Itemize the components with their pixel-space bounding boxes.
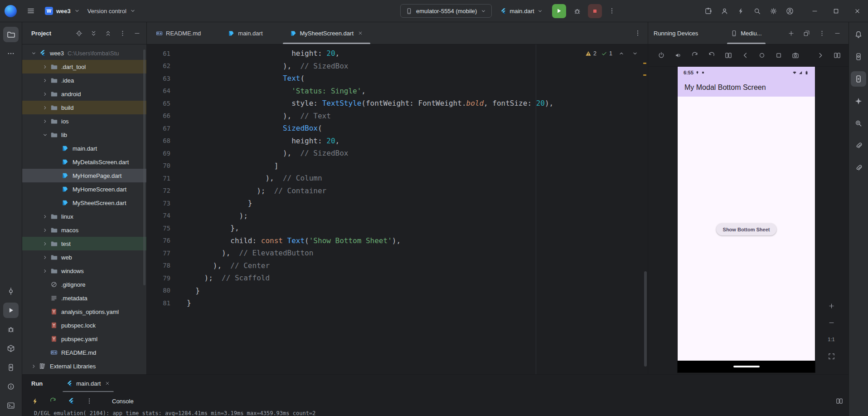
vcs-widget[interactable]: Version control	[87, 8, 136, 15]
screenshot-button[interactable]	[790, 50, 800, 60]
run-tool-button[interactable]	[3, 303, 19, 318]
tree-item-MySheetScreen.dart[interactable]: MySheetScreen.dart	[22, 196, 146, 210]
tree-item-MyDetailsScreen.dart[interactable]: MyDetailsScreen.dart	[22, 155, 146, 169]
split-console-button[interactable]	[838, 396, 849, 406]
line-number[interactable]: 61	[147, 50, 170, 57]
chevron-right-icon[interactable]	[29, 363, 39, 369]
console-output[interactable]: D/EGL_emulation( 2104): app_time_stats: …	[22, 410, 849, 416]
line-number[interactable]: 76	[147, 237, 170, 244]
tree-item-External Libraries[interactable]: External Libraries	[22, 359, 146, 373]
chevron-down-icon[interactable]	[40, 132, 50, 138]
line-number[interactable]: 78	[147, 262, 170, 269]
device-explorer-button[interactable]	[3, 360, 19, 375]
stop-button[interactable]	[588, 4, 602, 18]
tree-item-README.md[interactable]: README.md	[22, 346, 146, 359]
warning-stripe-mark[interactable]	[643, 63, 646, 64]
more-tool-windows-button[interactable]	[3, 46, 19, 61]
window-minimize-button[interactable]	[804, 0, 825, 22]
run-button[interactable]	[552, 4, 566, 18]
rotate-left-button[interactable]	[690, 50, 700, 60]
line-number[interactable]: 74	[147, 212, 170, 219]
plugins-button[interactable]	[700, 3, 716, 19]
search-everywhere-button[interactable]	[749, 3, 765, 19]
tree-item-MyHomeScreen.dart[interactable]: MyHomeScreen.dart	[22, 182, 146, 196]
chevron-right-icon[interactable]	[40, 64, 50, 70]
line-number[interactable]: 62	[147, 62, 170, 69]
line-number[interactable]: 75	[147, 225, 170, 232]
running-devices-button[interactable]	[851, 71, 866, 87]
code-text[interactable]: ), // Center	[170, 261, 270, 270]
line-number[interactable]: 73	[147, 200, 170, 207]
emulator-screen[interactable]: 6:55 My Modal Bottom Screen	[678, 67, 815, 372]
android-home-button[interactable]	[757, 50, 767, 60]
device-selector[interactable]: emulator-5554 (mobile)	[400, 4, 492, 18]
code-with-me-button[interactable]	[716, 3, 732, 19]
prev-problem-button[interactable]	[617, 49, 626, 58]
problems-tool-button[interactable]	[3, 379, 19, 394]
chevron-right-icon[interactable]	[40, 91, 50, 97]
line-number[interactable]: 77	[147, 250, 170, 257]
tree-item-main.dart[interactable]: main.dart	[22, 142, 146, 155]
line-number[interactable]: 70	[147, 162, 170, 169]
terminal-tool-button[interactable]	[3, 398, 19, 413]
project-tool-button[interactable]	[3, 27, 19, 42]
gesture-pill[interactable]	[733, 366, 760, 367]
flutter-devtools-button[interactable]	[66, 396, 77, 406]
code-text[interactable]: }	[170, 286, 200, 295]
power-button[interactable]	[656, 50, 666, 60]
zoom-in-button[interactable]	[826, 300, 837, 311]
code-text[interactable]: ); // Container	[170, 186, 326, 195]
warning-stripe-mark[interactable]	[643, 74, 646, 76]
line-number[interactable]: 67	[147, 125, 170, 132]
tree-item-linux[interactable]: linux	[22, 210, 146, 223]
code-text[interactable]: ]	[170, 162, 278, 170]
line-number[interactable]: 71	[147, 175, 170, 182]
fold-device-button[interactable]	[723, 50, 733, 60]
volume-button[interactable]	[673, 50, 683, 60]
hide-project-button[interactable]	[131, 27, 143, 39]
more-device-actions-button[interactable]	[815, 50, 825, 60]
tab-main-dart[interactable]: main.dart	[220, 22, 271, 44]
window-close-button[interactable]	[847, 0, 868, 22]
tree-item-.gitignore[interactable]: .gitignore	[22, 278, 146, 291]
attach-debugger-button[interactable]	[851, 160, 866, 176]
code-text[interactable]: height: 20,	[170, 49, 339, 58]
zoom-out-button[interactable]	[826, 317, 837, 328]
hide-devices-button[interactable]	[831, 27, 843, 39]
code-text[interactable]: child: const Text('Show Bottom Sheet'),	[170, 236, 401, 245]
next-problem-button[interactable]	[630, 49, 640, 58]
android-overview-button[interactable]	[774, 50, 784, 60]
window-maximize-button[interactable]	[825, 0, 847, 22]
hot-restart-button[interactable]	[48, 396, 58, 406]
float-window-button[interactable]	[800, 27, 812, 39]
chevron-right-icon[interactable]	[40, 78, 50, 83]
line-number[interactable]: 72	[147, 187, 170, 194]
profile-button[interactable]	[781, 3, 798, 19]
commit-tool-button[interactable]	[3, 284, 19, 299]
show-bottom-sheet-button[interactable]: Show Bottom Sheet	[716, 223, 777, 235]
tree-item-macos[interactable]: macos	[22, 223, 146, 237]
device-file-explorer-button[interactable]	[851, 138, 866, 153]
tree-item-MyHomePage.dart[interactable]: MyHomePage.dart	[22, 169, 146, 182]
code-text[interactable]: height: 20,	[170, 137, 339, 145]
tree-item-pubspec.yaml[interactable]: pubspec.yaml	[22, 332, 146, 346]
code-text[interactable]: },	[170, 224, 239, 232]
expand-all-button[interactable]	[87, 27, 99, 39]
chevron-right-icon[interactable]	[40, 214, 50, 220]
code-text[interactable]: style: TextStyle(fontWeight: FontWeight.…	[170, 99, 553, 108]
tree-item-windows[interactable]: windows	[22, 264, 146, 278]
code-text[interactable]: ), // Column	[170, 174, 322, 182]
chevron-right-icon[interactable]	[40, 105, 50, 111]
chevron-right-icon[interactable]	[40, 254, 50, 260]
tree-item-ios[interactable]: ios	[22, 114, 146, 128]
add-device-button[interactable]	[785, 27, 797, 39]
hot-reload-button[interactable]	[29, 396, 40, 406]
tree-item-pubspec.lock[interactable]: pubspec.lock	[22, 318, 146, 332]
chevron-right-icon[interactable]	[40, 268, 50, 274]
tree-item-.dart_tool[interactable]: .dart_tool	[22, 60, 146, 73]
code-text[interactable]: ), // ElevatedButton	[170, 249, 313, 257]
debug-tool-button[interactable]	[3, 322, 19, 337]
run-configuration-selector[interactable]: main.dart	[500, 8, 543, 15]
ai-assistant-button[interactable]	[732, 3, 749, 19]
line-number[interactable]: 68	[147, 137, 170, 144]
